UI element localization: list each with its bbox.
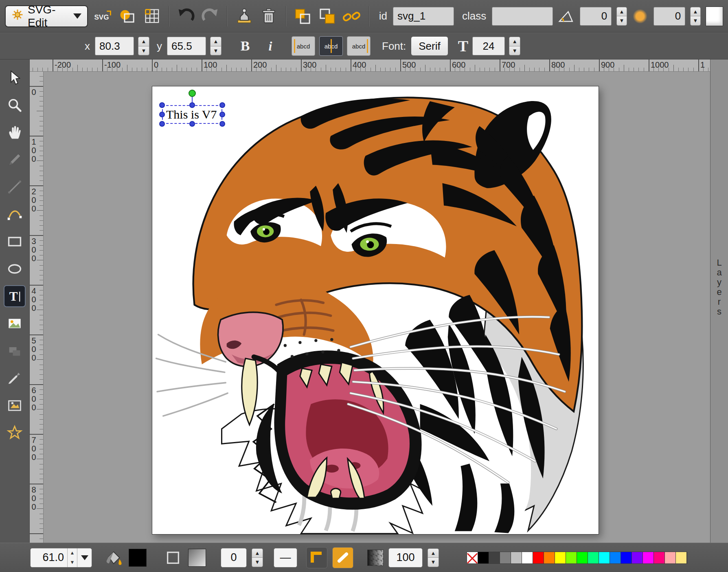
resize-handle-n[interactable] [189, 102, 195, 108]
y-coordinate-input[interactable] [167, 37, 206, 55]
move-to-back-icon [294, 7, 311, 25]
opacity-stepper[interactable]: ▲▼ [428, 548, 439, 567]
linecap-button[interactable] [332, 547, 353, 568]
redo-button[interactable] [201, 5, 221, 27]
zoom-control[interactable]: 61.0 ▲▼ [30, 548, 92, 568]
tool-library[interactable] [4, 394, 26, 416]
tool-path[interactable] [4, 203, 26, 225]
palette-swatch[interactable] [544, 552, 555, 563]
zoom-stepper[interactable]: ▲▼ [67, 548, 77, 567]
palette-swatch[interactable] [511, 552, 522, 563]
palette-swatch[interactable] [599, 552, 610, 563]
text-anchor-start-button[interactable]: abcd [292, 36, 315, 56]
text-anchor-end-button[interactable]: abcd [347, 36, 371, 56]
palette-swatch[interactable] [555, 552, 566, 563]
tool-image[interactable] [4, 312, 26, 334]
palette-swatch[interactable] [500, 552, 511, 563]
palette-swatch[interactable] [588, 552, 599, 563]
tool-pencil[interactable] [4, 149, 26, 171]
palette-swatch[interactable] [621, 552, 632, 563]
italic-button[interactable]: i [260, 35, 281, 57]
quick-color-swatch[interactable] [706, 7, 723, 26]
palette-none-swatch[interactable] [467, 552, 478, 563]
selection-box[interactable] [162, 105, 222, 124]
palette-swatch[interactable] [610, 552, 621, 563]
move-to-front-icon [318, 7, 336, 25]
font-size-input[interactable] [472, 37, 505, 55]
palette-swatch[interactable] [489, 552, 500, 563]
anchor-start-bar [294, 39, 295, 53]
palette-swatch[interactable] [665, 552, 676, 563]
layers-panel-toggle[interactable]: Layers [710, 59, 728, 543]
tool-line[interactable] [4, 176, 26, 198]
fill-color-swatch[interactable] [129, 549, 147, 567]
opacity-input[interactable]: 100 [388, 548, 423, 568]
stroke-width-stepper[interactable]: ▲▼ [252, 548, 263, 567]
tool-zoom[interactable] [4, 94, 26, 116]
palette-swatch[interactable] [577, 552, 588, 563]
make-link-button[interactable] [342, 5, 362, 27]
delete-button[interactable] [259, 5, 279, 27]
resize-handle-nw[interactable] [159, 102, 165, 108]
tool-select[interactable] [4, 67, 26, 89]
blur-stepper[interactable]: ▲▼ [690, 7, 700, 26]
tool-shape-library[interactable] [4, 340, 26, 362]
palette-swatch[interactable] [676, 552, 687, 563]
palette-swatch[interactable] [654, 552, 665, 563]
palette-swatch[interactable] [632, 552, 643, 563]
resize-handle-sw[interactable] [159, 121, 165, 127]
stroke-color-swatch[interactable] [188, 549, 206, 567]
text-anchor-middle-button[interactable]: abcd [319, 36, 343, 56]
angle-stepper[interactable]: ▲▼ [616, 7, 627, 26]
canvas-viewport[interactable]: This is V7 [44, 72, 710, 543]
stroke-dash-select[interactable]: — [274, 548, 297, 568]
undo-button[interactable] [176, 5, 196, 27]
tool-eyedropper[interactable] [4, 367, 26, 389]
tool-text[interactable]: T [4, 285, 26, 307]
ruler-label: 500 [402, 60, 416, 70]
y-stepper[interactable]: ▲▼ [210, 37, 221, 55]
x-coordinate-input[interactable] [95, 37, 134, 55]
tool-rectangle[interactable] [4, 231, 26, 253]
resize-handle-se[interactable] [219, 121, 225, 127]
clone-button[interactable] [234, 5, 254, 27]
resize-handle-ne[interactable] [219, 102, 225, 108]
font-size-stepper[interactable]: ▲▼ [509, 37, 520, 55]
tool-palette: T [0, 59, 30, 543]
grid-button[interactable] [142, 5, 162, 27]
element-class-input[interactable] [492, 7, 553, 26]
linejoin-button[interactable] [306, 547, 327, 568]
stroke-width-input[interactable]: 0 [221, 548, 247, 568]
angle-input[interactable] [580, 7, 612, 26]
palette-swatch[interactable] [566, 552, 577, 563]
blur-input[interactable] [653, 7, 685, 26]
canvas-surface[interactable]: This is V7 [152, 86, 599, 535]
bold-button[interactable]: B [235, 35, 256, 57]
zoom-dropdown-button[interactable] [77, 548, 92, 567]
stroke-color-icon [163, 548, 183, 568]
rotate-handle[interactable] [189, 90, 196, 97]
element-id-input[interactable] [393, 7, 454, 26]
text-context-toolbar: x ▲▼ y ▲▼ B i abcd abcd abcd Font: Serif… [0, 33, 728, 59]
ruler-label: 1000 [651, 60, 669, 70]
tool-ellipse[interactable] [4, 258, 26, 280]
tool-pan[interactable] [4, 121, 26, 143]
wireframe-button[interactable] [118, 5, 138, 27]
resize-handle-s[interactable] [189, 121, 195, 127]
palette-swatch[interactable] [643, 552, 654, 563]
tool-star[interactable] [4, 422, 26, 444]
font-family-button[interactable]: Serif [411, 36, 448, 56]
palette-swatch[interactable] [522, 552, 533, 563]
palette-swatch[interactable] [533, 552, 544, 563]
ruler-horizontal: -200-10001002003004005006007008009001000… [30, 59, 710, 72]
source-editor-button[interactable]: SVG [93, 5, 113, 27]
tiger-artwork[interactable] [152, 86, 599, 534]
resize-handle-w[interactable] [159, 112, 165, 117]
main-menu-button[interactable]: SVG-Edit [5, 5, 88, 27]
move-to-back-button[interactable] [293, 5, 313, 27]
x-stepper[interactable]: ▲▼ [138, 37, 149, 55]
ruler-label: 700 [502, 60, 515, 70]
palette-swatch[interactable] [478, 552, 489, 563]
resize-handle-e[interactable] [219, 112, 225, 117]
move-to-front-button[interactable] [317, 5, 337, 27]
